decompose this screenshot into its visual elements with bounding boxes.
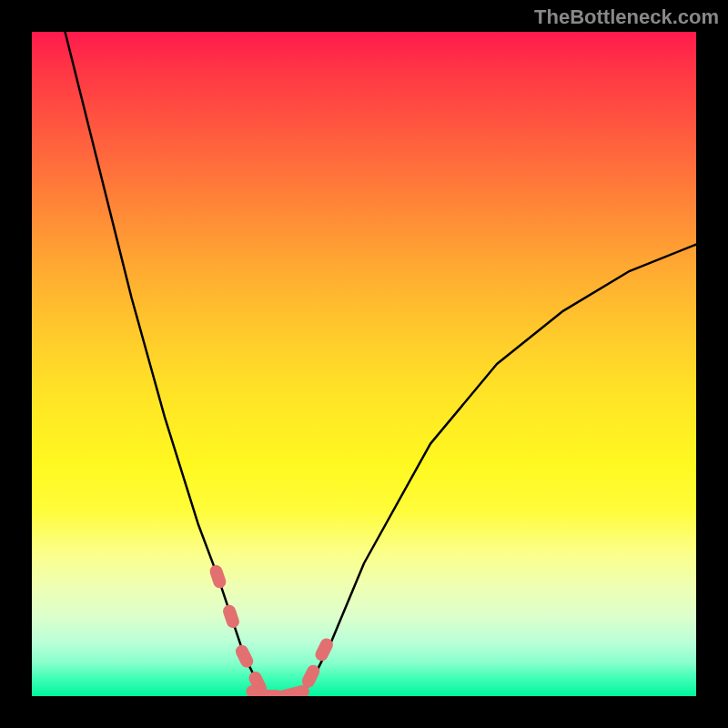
svg-line-9	[322, 645, 327, 655]
chart-container: TheBottleneck.com	[0, 0, 728, 728]
plot-area	[32, 32, 696, 696]
svg-line-8	[308, 672, 313, 682]
svg-line-0	[217, 571, 220, 581]
watermark-text: TheBottleneck.com	[534, 5, 719, 29]
svg-line-7	[292, 692, 303, 694]
svg-line-2	[242, 652, 247, 662]
svg-line-1	[229, 612, 233, 622]
curve-svg	[32, 32, 696, 696]
bottleneck-curve	[66, 32, 697, 696]
highlight-markers	[217, 571, 327, 696]
